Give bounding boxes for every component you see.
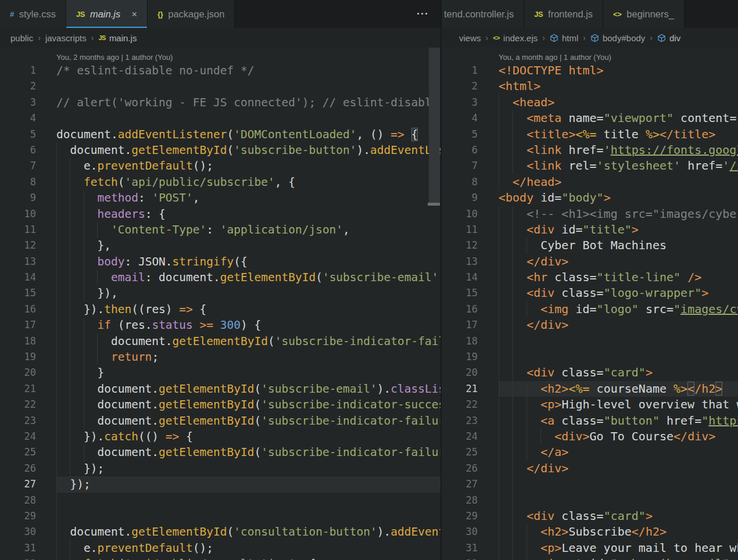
code-line-20[interactable]: 20 } [0, 365, 440, 380]
code-line-7[interactable]: 7 <link rel='stylesheet' href='/styles/s… [442, 158, 738, 174]
line-content: return; [56, 349, 440, 365]
code-line-25[interactable]: 25 </a> [442, 444, 738, 460]
code-line-8[interactable]: 8 fetch('api/public/subscribe', { [0, 174, 440, 190]
code-line-11[interactable]: 11 <div id="title"> [442, 222, 738, 238]
token: Leave your mail to hear when [561, 541, 738, 555]
code-line-25[interactable]: 25 document.getElementById('subscribe-in… [0, 444, 440, 460]
token: <!-- <h1><img src="images/cyberbot [499, 207, 738, 221]
code-line-11[interactable]: 11 'Content-Type': 'application/json', [0, 222, 440, 238]
indent-guide [56, 158, 57, 174]
breadcrumb-item-main.js[interactable]: JSmain.js [98, 33, 137, 43]
tab-beginners-[interactable]: <>beginners_ [603, 0, 685, 28]
tab-style.css[interactable]: #style.css [0, 0, 66, 28]
code-line-30[interactable]: 30 document.getElementById('consultation… [0, 524, 440, 540]
line-content: // alert('working - FE JS connected'); /… [56, 95, 440, 110]
breadcrumb-item-div[interactable]: div [657, 33, 680, 43]
code-line-17[interactable]: 17 </div> [442, 317, 738, 333]
code-line-4[interactable]: 4 <meta name="viewport" content="width=d… [442, 110, 738, 126]
code-line-4[interactable]: 4 [0, 110, 440, 126]
code-line-18[interactable]: 18 [442, 333, 738, 349]
code-line-12[interactable]: 12 Cyber Bot Machines [442, 238, 738, 253]
code-line-12[interactable]: 12 }, [0, 238, 440, 253]
token: 'DOMContentLoaded' [234, 128, 356, 141]
code-line-14[interactable]: 14 email: document.getElementById('subsc… [0, 270, 440, 285]
code-line-13[interactable]: 13 body: JSON.stringify({ [0, 254, 440, 270]
tab-package.json[interactable]: {}package.json [148, 0, 235, 28]
editor-main-js[interactable]: You, 2 months ago | 1 author (You) 1/* e… [0, 48, 440, 560]
breadcrumb-item-public[interactable]: public [10, 33, 33, 43]
line-content: <div>Go To Course</div> [499, 429, 738, 444]
editor-index-ejs[interactable]: You, a month ago | 1 author (You) 1<!DOC… [442, 48, 738, 560]
token [56, 191, 97, 204]
line-number: 15 [442, 285, 478, 301]
code-line-8[interactable]: 8 </head> [442, 174, 738, 190]
code-line-13[interactable]: 13 </div> [442, 254, 738, 270]
breadcrumb-item-javascripts[interactable]: javascripts [45, 33, 87, 43]
breadcrumb-item-index.ejs[interactable]: <>index.ejs [493, 33, 538, 43]
code-line-26[interactable]: 26 </div> [442, 461, 738, 476]
code-line-19[interactable]: 19 [442, 349, 738, 365]
code-line-1[interactable]: 1/* eslint-disable no-undef */ [0, 63, 440, 78]
code-line-21[interactable]: 21 <h2><%= courseName %></h2> [442, 381, 738, 397]
token: Cyber Bot Machines [499, 238, 667, 252]
code-line-27[interactable]: 27 }); [0, 476, 440, 492]
code-line-32[interactable]: 32 fetch('api/public/consultation', { [0, 556, 440, 560]
code-line-16[interactable]: 16 <img id="logo" src="images/cyberbot-l… [442, 301, 738, 317]
code-line-29[interactable]: 29 [0, 508, 440, 524]
code-line-16[interactable]: 16 }).then((res) => { [0, 301, 440, 317]
code-line-30[interactable]: 30 <h2>Subscribe</h2> [442, 524, 738, 540]
token: /* eslint-disable no-undef */ [56, 64, 254, 77]
code-line-20[interactable]: 20 <div class="card"> [442, 365, 738, 380]
code-line-2[interactable]: 2<html> [442, 78, 738, 94]
code-line-24[interactable]: 24 <div>Go To Course</div> [442, 429, 738, 444]
code-line-9[interactable]: 9 method: 'POST', [0, 190, 440, 206]
token: %> [646, 127, 660, 141]
code-line-17[interactable]: 17 if (res.status >= 300) { [0, 317, 440, 333]
breadcrumb-item-body-body[interactable]: body#body [590, 33, 645, 43]
code-line-28[interactable]: 28 [0, 493, 440, 508]
code-line-3[interactable]: 3// alert('working - FE JS connected'); … [0, 95, 440, 110]
code-line-14[interactable]: 14 <hr class="title-line" /> [442, 270, 738, 285]
tab-frontend.js[interactable]: JSfrontend.js [524, 0, 603, 28]
code-line-2[interactable]: 2 [0, 78, 440, 94]
code-line-7[interactable]: 7 e.preventDefault(); [0, 158, 440, 174]
code-line-5[interactable]: 5 <title><%= title %></title> [442, 127, 738, 142]
code-line-22[interactable]: 22 document.getElementById('subscribe-in… [0, 397, 440, 412]
close-icon[interactable]: × [131, 9, 137, 19]
scrollbar-thumb[interactable] [429, 48, 440, 203]
breadcrumb-item-html[interactable]: html [550, 33, 578, 43]
code-line-1[interactable]: 1<!DOCTYPE html> [442, 63, 738, 78]
code-line-24[interactable]: 24 }).catch(() => { [0, 429, 440, 444]
codelens-annotation[interactable]: You, a month ago | 1 author (You) [499, 48, 738, 63]
code-line-26[interactable]: 26 }); [0, 461, 440, 476]
breadcrumb-item-views[interactable]: views [459, 33, 481, 43]
code-line-27[interactable]: 27 [442, 476, 738, 492]
code-line-10[interactable]: 10 <!-- <h1><img src="images/cyberbot [442, 206, 738, 222]
code-line-23[interactable]: 23 <a class="button" href="https://www [442, 413, 738, 429]
indent-guide [84, 333, 84, 349]
line-content: } [56, 365, 440, 380]
tab-main.js[interactable]: JSmain.js× [66, 0, 148, 28]
code-line-31[interactable]: 31 e.preventDefault(); [0, 540, 440, 556]
code-line-21[interactable]: 21 document.getElementById('subscribe-em… [0, 381, 440, 397]
code-line-19[interactable]: 19 return; [0, 349, 440, 365]
codelens-annotation[interactable]: You, 2 months ago | 1 author (You) [56, 48, 440, 63]
code-line-5[interactable]: 5document.addEventListener('DOMContentLo… [0, 127, 440, 142]
code-line-32[interactable]: 32 <input id="subscribe-email" [442, 556, 738, 560]
code-line-15[interactable]: 15 }), [0, 285, 440, 301]
code-line-22[interactable]: 22 <p>High-level overview that will [442, 397, 738, 412]
code-line-3[interactable]: 3 <head> [442, 95, 738, 110]
code-line-9[interactable]: 9<body id="body"> [442, 190, 738, 206]
indent-guide [84, 190, 84, 206]
code-line-18[interactable]: 18 document.getElementById('subscribe-in… [0, 333, 440, 349]
code-line-28[interactable]: 28 [442, 493, 738, 508]
code-line-6[interactable]: 6 document.getElementById('subscribe-but… [0, 142, 440, 158]
code-line-15[interactable]: 15 <div class="logo-wrapper"> [442, 285, 738, 301]
code-line-31[interactable]: 31 <p>Leave your mail to hear when [442, 540, 738, 556]
code-line-29[interactable]: 29 <div class="card"> [442, 508, 738, 524]
code-line-6[interactable]: 6 <link href='https://fonts.googleapis.c… [442, 142, 738, 158]
more-actions-button[interactable]: ··· [412, 8, 440, 20]
tab-tend.controller.js[interactable]: tend.controller.js [442, 0, 524, 28]
code-line-23[interactable]: 23 document.getElementById('subscribe-in… [0, 413, 440, 429]
code-line-10[interactable]: 10 headers: { [0, 206, 440, 222]
